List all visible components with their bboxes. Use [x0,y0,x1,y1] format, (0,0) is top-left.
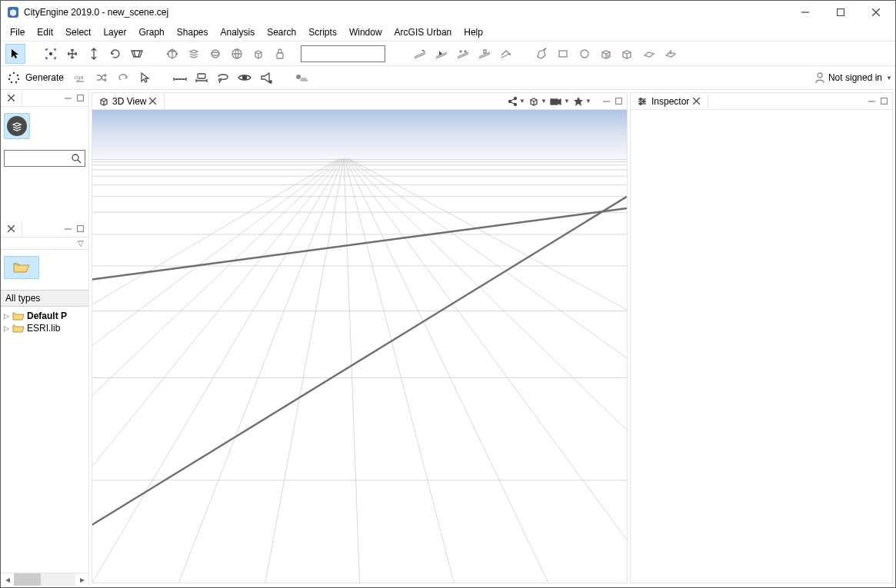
move-tool[interactable] [62,44,82,64]
inspector-tab-label: Inspector [651,96,689,107]
plane-tool[interactable] [639,44,659,64]
toolbar-search-input[interactable] [301,45,385,62]
measure-area-tool[interactable] [192,68,212,88]
scene-panel-maximize[interactable] [75,93,85,104]
lock-tool[interactable] [270,44,290,64]
menu-edit[interactable]: Edit [31,25,59,39]
type-filter-select[interactable]: All types [1,290,88,307]
window-minimize-button[interactable] [788,1,823,24]
menu-search[interactable]: Search [261,25,302,39]
svg-rect-23 [198,74,205,78]
navigator-hscrollbar[interactable]: ◂ ▸ [1,573,88,586]
menu-select[interactable]: Select [59,25,97,39]
scroll-left-icon[interactable]: ◂ [1,573,14,586]
broadcast-tool[interactable] [256,68,276,88]
window-maximize-button[interactable] [823,1,858,24]
scene-search-input[interactable] [4,150,85,167]
view-minimize[interactable] [601,96,611,107]
street-draw-tool[interactable] [410,44,430,64]
bookmark-dropdown[interactable]: ▼ [571,96,591,107]
cube-icon [98,96,109,107]
frame-tool[interactable] [41,44,61,64]
circle-tool[interactable] [575,44,595,64]
street-cleanup-tool[interactable] [475,44,495,64]
undo-tool[interactable] [113,68,133,88]
expand-icon[interactable]: ▷ [2,312,10,320]
menu-help[interactable]: Help [458,25,489,39]
pointer-tool[interactable] [135,68,155,88]
svg-point-81 [640,98,642,100]
box-dropdown[interactable]: ▼ [527,96,547,107]
cga-tool[interactable]: cga [70,68,90,88]
weather-tool[interactable] [291,68,311,88]
street-grow-tool[interactable] [496,44,516,64]
box-tool[interactable] [248,44,268,64]
close-tab-icon[interactable] [149,98,156,105]
svg-point-27 [296,75,301,79]
window-close-button[interactable] [858,1,894,24]
menu-graph[interactable]: Graph [132,25,170,39]
measure-tool[interactable] [170,68,190,88]
plane-xy-tool[interactable] [661,44,681,64]
stack-tool[interactable] [184,44,204,64]
select-tool[interactable] [5,44,25,64]
lasso-tool[interactable] [213,68,233,88]
generate-icon[interactable] [5,68,22,88]
tree-item-default[interactable]: ▷ Default P [2,310,87,322]
menu-file[interactable]: File [4,25,31,39]
3d-viewport[interactable] [92,109,628,583]
scene-panel-close[interactable] [1,90,22,106]
inspector-maximize[interactable] [878,96,889,107]
scene-panel-minimize[interactable] [62,93,73,104]
3d-view-tab[interactable]: 3D View [92,93,165,109]
layers-button[interactable] [4,113,30,139]
street-arrow-tool[interactable] [431,44,451,64]
navigator-panel-close[interactable] [1,221,22,237]
signin-label[interactable]: Not signed in [828,72,882,83]
view-maximize[interactable] [613,96,624,107]
tree-item-esrilib[interactable]: ▷ ESRI.lib [2,322,87,334]
expand-icon[interactable]: ▷ [2,324,10,332]
share-dropdown[interactable]: ▼ [505,96,525,107]
scroll-right-icon[interactable]: ▸ [75,573,88,586]
generate-label[interactable]: Generate [24,72,68,83]
menu-window[interactable]: Window [343,25,388,39]
rect-tool[interactable] [553,44,573,64]
inspector-minimize[interactable] [866,96,877,107]
rotate-tool[interactable] [105,44,125,64]
street-edit-tool[interactable] [453,44,473,64]
folder-open-icon [12,261,31,274]
menu-scripts[interactable]: Scripts [302,25,343,39]
texture-box-tool[interactable] [596,44,616,64]
signin-dropdown-icon[interactable]: ▼ [886,75,891,81]
svg-line-34 [78,160,81,163]
open-folder-button[interactable] [4,256,39,279]
polygon-tool[interactable] [531,44,551,64]
navigator-view-menu[interactable]: ▽ [1,238,88,250]
toolbar-row-2: Generate cga Not signed in ▼ [1,65,895,90]
rotate3d-tool[interactable] [205,44,225,64]
menu-arcgis-urban[interactable]: ArcGIS Urban [388,25,458,39]
inspector-tab[interactable]: Inspector [631,95,708,108]
navigator-panel-minimize[interactable] [62,224,73,234]
visibility-tool[interactable] [235,68,255,88]
camera-dropdown[interactable]: ▼ [548,96,570,107]
menu-analysis[interactable]: Analysis [214,25,261,39]
wire-box-tool[interactable] [618,44,638,64]
scale-tool[interactable] [84,44,104,64]
shuffle-tool[interactable] [92,68,112,88]
svg-point-5 [50,52,52,55]
menubar: File Edit Select Layer Graph Shapes Anal… [1,24,895,41]
workspace: ▽ All types ▷ Default P ▷ ESRI.lib [1,90,895,586]
transform-tool[interactable] [162,44,182,64]
scroll-thumb[interactable] [14,573,41,586]
svg-line-50 [92,159,340,583]
menu-shapes[interactable]: Shapes [171,25,215,39]
menu-layer[interactable]: Layer [97,25,132,39]
globe-tool[interactable] [227,44,247,64]
close-tab-icon[interactable] [693,98,700,105]
navigator-tree: ▷ Default P ▷ ESRI.lib [1,307,88,573]
svg-point-28 [818,73,822,78]
perspective-tool[interactable] [127,44,147,64]
navigator-panel-maximize[interactable] [75,224,85,234]
